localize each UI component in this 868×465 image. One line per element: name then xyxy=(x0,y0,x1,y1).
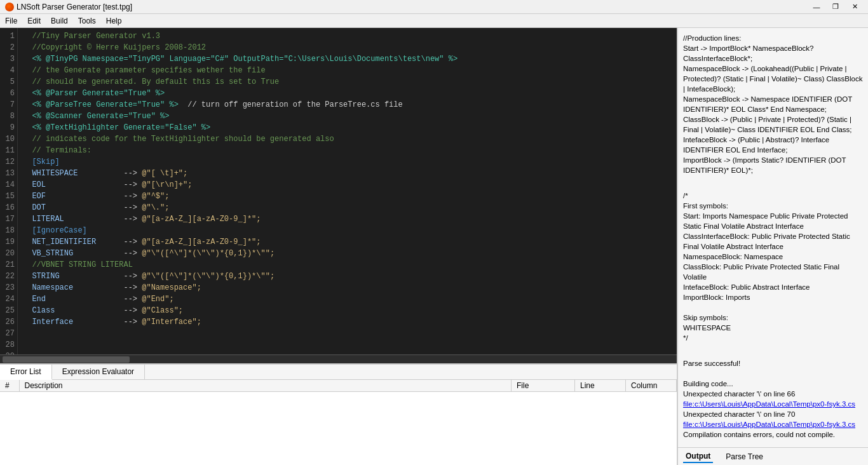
window-controls: — ❐ ✕ xyxy=(808,1,863,13)
skip-whitespace: WHITESPACE xyxy=(683,323,863,333)
code-content[interactable]: //Tiny Parser Generator v1.3 //Copyright… xyxy=(18,28,677,354)
line-numbers: 1234567891011121314151617181920212223242… xyxy=(0,28,18,354)
bottom-content: # Description File Line Column xyxy=(0,380,677,465)
production-section: //Production lines: Start -> ImportBlock… xyxy=(683,33,863,175)
tab-error-list[interactable]: Error List xyxy=(0,365,52,380)
error2-pre: Unexpected character '\' on line 70 xyxy=(683,410,795,418)
production-classblock: ClassBlock -> (Public | Private | Protec… xyxy=(683,114,863,135)
menu-tools[interactable]: Tools xyxy=(73,14,101,27)
first-classinterfaceblock: ClassInterfaceBlock: Public Private Prot… xyxy=(683,231,863,252)
footer-tab-output[interactable]: Output xyxy=(683,450,713,463)
tab-expression-evaluator[interactable]: Expression Evaluator xyxy=(52,365,145,379)
error1-text: Unexpected character '\' on line 66 file… xyxy=(683,389,863,409)
comment-open: /* xyxy=(683,191,863,201)
scrollbar-thumb[interactable] xyxy=(3,356,130,363)
bottom-tabs: Error List Expression Evaluator xyxy=(0,365,677,380)
maximize-button[interactable]: ❐ xyxy=(827,1,844,13)
compile-error: Compilation contains errors, could not c… xyxy=(683,429,863,440)
editor-pane: 1234567891011121314151617181920212223242… xyxy=(0,28,677,465)
code-editor[interactable]: 1234567891011121314151617181920212223242… xyxy=(0,28,677,354)
error-table: # Description File Line Column xyxy=(0,380,677,392)
error1-link[interactable]: file:c:\Users\Louis\AppData\Local\Temp\p… xyxy=(683,400,855,408)
main-layout: 1234567891011121314151617181920212223242… xyxy=(0,28,868,465)
right-footer: Output Parse Tree xyxy=(678,447,868,465)
app-icon xyxy=(5,3,14,11)
first-start: Start: Imports Namespace Public Private … xyxy=(683,211,863,231)
close-button[interactable]: ✕ xyxy=(846,1,863,13)
production-namespace: NamespaceBlock -> (Lookahead((Public | P… xyxy=(683,64,863,94)
horizontal-scrollbar[interactable] xyxy=(0,354,677,363)
menu-edit[interactable]: Edit xyxy=(22,14,46,27)
production-interfaceblock: IntefaceBlock -> (Public | Abstract)? In… xyxy=(683,135,863,155)
skip-symbols-title: Skip symbols: xyxy=(683,313,863,323)
first-classblock: ClassBlock: Public Private Protected Sta… xyxy=(683,262,863,282)
comment-close: */ xyxy=(683,333,863,343)
production-title: //Production lines: xyxy=(683,33,863,43)
menu-file[interactable]: File xyxy=(0,14,22,27)
parse-status: Parse successful! xyxy=(683,358,863,368)
col-header-column: Column xyxy=(626,380,677,392)
right-panel: //Production lines: Start -> ImportBlock… xyxy=(677,28,868,465)
col-header-file: File xyxy=(512,380,575,392)
error2-text: Unexpected character '\' on line 70 file… xyxy=(683,409,863,429)
build-status: Building code... xyxy=(683,379,863,389)
error1-pre: Unexpected character '\' on line 66 xyxy=(683,390,795,398)
col-header-num: # xyxy=(0,380,19,392)
minimize-button[interactable]: — xyxy=(808,1,825,13)
first-namespaceblock: NamespaceBlock: Namespace xyxy=(683,252,863,262)
footer-tab-parse-tree[interactable]: Parse Tree xyxy=(723,451,766,462)
menubar: File Edit Build Tools Help xyxy=(0,14,868,28)
first-importblock: ImportBlock: Imports xyxy=(683,292,863,302)
right-content: //Production lines: Start -> ImportBlock… xyxy=(678,28,868,447)
first-intefaceblock: IntefaceBlock: Public Abstract Interface xyxy=(683,282,863,292)
window-title: LNSoft Parser Generator [test.tpg] xyxy=(17,3,808,11)
production-importblock: ImportBlock -> (Imports Static? IDENTIFI… xyxy=(683,155,863,175)
production-start: Start -> ImportBlock* NamespaceBlock? Cl… xyxy=(683,43,863,64)
bottom-panel: Error List Expression Evaluator # Descri… xyxy=(0,363,677,465)
menu-build[interactable]: Build xyxy=(46,14,73,27)
production-namespace2: NamespaceBlock -> Namespace IDENTIFIER (… xyxy=(683,94,863,114)
col-header-line: Line xyxy=(575,380,626,392)
titlebar: LNSoft Parser Generator [test.tpg] — ❐ ✕ xyxy=(0,0,868,14)
col-header-description: Description xyxy=(19,380,512,392)
menu-help[interactable]: Help xyxy=(101,14,127,27)
error2-link[interactable]: file:c:\Users\Louis\AppData\Local\Temp\p… xyxy=(683,421,855,428)
first-symbols-title: First symbols: xyxy=(683,201,863,211)
first-symbols-section: /* First symbols: Start: Imports Namespa… xyxy=(683,191,863,343)
